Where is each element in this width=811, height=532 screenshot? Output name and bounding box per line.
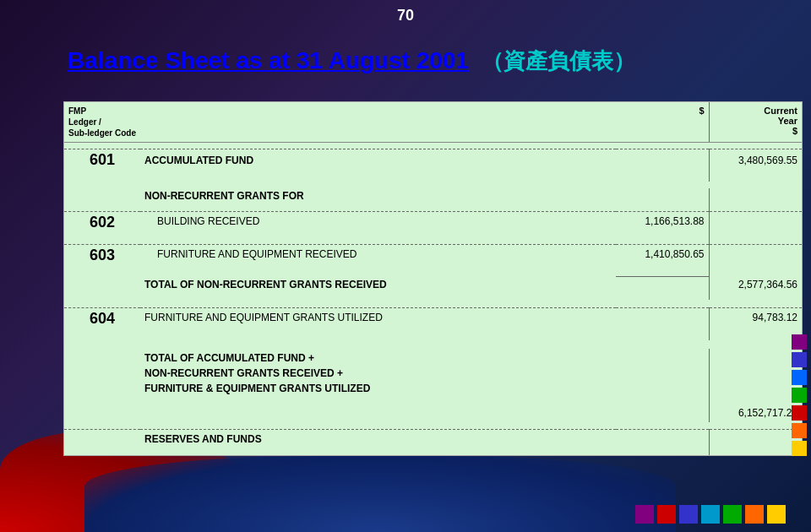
color-row-1 (792, 334, 807, 350)
row-code-total-accum (64, 349, 140, 422)
color-row-2 (792, 352, 807, 367)
row-amount1-604 (616, 308, 709, 340)
table-row: 602 BUILDING RECEIVED 1,166,513.88 (64, 212, 802, 245)
page-title: Balance Sheet as at 31 August 2001 (68, 47, 469, 73)
bottom-sq-blue (679, 505, 698, 524)
header-code-col: FMPLedger /Sub-ledger Code (64, 102, 140, 143)
decorative-blob-blue (84, 456, 676, 532)
row-amount2-602 (709, 212, 802, 245)
row-desc-total-accum: TOTAL OF ACCUMULATED FUND + NON-RECURREN… (140, 349, 616, 422)
row-desc-furniture-received: FURNITURE AND EQUIPMENT RECEIVED (140, 245, 616, 277)
color-square-red (792, 405, 807, 421)
row-amount1-empty-1 (616, 188, 709, 212)
row-amount2-603 (709, 245, 802, 277)
color-row-7 (792, 441, 807, 456)
spacer-row-1 (64, 143, 802, 149)
row-amount2-total-accum: 6,152,717.23 (709, 349, 802, 422)
row-amount1-total-nr (616, 277, 709, 300)
row-code-reserves (64, 429, 140, 455)
spacer-row-3 (64, 300, 802, 308)
row-amount1-total-accum (616, 349, 709, 422)
color-square-yellow (792, 441, 807, 456)
color-square-purple (792, 334, 807, 350)
row-code-total-nr (64, 277, 140, 300)
color-row-6 (792, 423, 807, 438)
table-row: TOTAL OF ACCUMULATED FUND + NON-RECURREN… (64, 349, 802, 422)
bottom-sq-orange (745, 505, 764, 524)
spacer-row-2 (64, 182, 802, 188)
row-amount2-604: 94,783.12 (709, 308, 802, 340)
row-desc-non-recurrent: NON-RECURRENT GRANTS FOR (140, 188, 616, 212)
color-squares-panel (792, 334, 807, 456)
bottom-sq-yellow (767, 505, 786, 524)
table-header-row: FMPLedger /Sub-ledger Code $ CurrentYear… (64, 102, 802, 143)
row-amount1-reserves (616, 429, 709, 455)
balance-sheet-table: FMPLedger /Sub-ledger Code $ CurrentYear… (64, 102, 802, 455)
color-square-green (792, 388, 807, 403)
row-amount2-601: 3,480,569.55 (709, 149, 802, 182)
spacer-row-4 (64, 340, 802, 349)
color-square-orange (792, 423, 807, 438)
table-row: RESERVES AND FUNDS (64, 429, 802, 455)
color-square-blue2 (792, 370, 807, 385)
slide-number: 70 (397, 7, 414, 24)
header-amount2-col: CurrentYear$ (709, 102, 802, 143)
row-amount2-empty-1 (709, 188, 802, 212)
header-description-col (140, 102, 616, 143)
color-row-4 (792, 388, 807, 403)
title-area: Balance Sheet as at 31 August 2001 （資產負債… (68, 46, 794, 76)
color-row-3 (792, 370, 807, 385)
bottom-sq-green (723, 505, 742, 524)
table-row: 604 FURNITURE AND EQUIPMENT GRANTS UTILI… (64, 308, 802, 340)
row-code-602: 602 (64, 212, 140, 245)
row-amount1-603: 1,410,850.65 (616, 245, 709, 277)
fmp-label: FMPLedger /Sub-ledger Code (68, 106, 136, 138)
bottom-sq-red (657, 505, 676, 524)
row-amount2-reserves (709, 429, 802, 455)
row-amount1-601 (616, 149, 709, 182)
title-chinese: （資產負債表） (482, 48, 635, 73)
table-row: TOTAL OF NON-RECURRENT GRANTS RECEIVED 2… (64, 277, 802, 300)
bottom-sq-cyan (701, 505, 720, 524)
bottom-color-squares (635, 505, 786, 524)
balance-sheet-table-container: FMPLedger /Sub-ledger Code $ CurrentYear… (63, 101, 803, 456)
header-amount1-col: $ (616, 102, 709, 143)
color-row-5 (792, 405, 807, 421)
color-square-blue1 (792, 352, 807, 367)
current-year-label: CurrentYear$ (764, 106, 797, 136)
row-desc-total-nr: TOTAL OF NON-RECURRENT GRANTS RECEIVED (140, 277, 616, 300)
row-code-604: 604 (64, 308, 140, 340)
spacer-row-5 (64, 422, 802, 429)
bottom-sq-purple (635, 505, 654, 524)
row-desc-reserves: RESERVES AND FUNDS (140, 429, 616, 455)
table-row: NON-RECURRENT GRANTS FOR (64, 188, 802, 212)
row-desc-furniture-utilized: FURNITURE AND EQUIPMENT GRANTS UTILIZED (140, 308, 616, 340)
row-desc-building: BUILDING RECEIVED (140, 212, 616, 245)
row-code-empty-1 (64, 188, 140, 212)
row-amount2-total-nr: 2,577,364.56 (709, 277, 802, 300)
row-code-603: 603 (64, 245, 140, 277)
row-code-601: 601 (64, 149, 140, 182)
row-desc-accumulated-fund: ACCUMULATED FUND (140, 149, 616, 182)
table-row: 603 FURNITURE AND EQUIPMENT RECEIVED 1,4… (64, 245, 802, 277)
table-row: 601 ACCUMULATED FUND 3,480,569.55 (64, 149, 802, 182)
row-amount1-602: 1,166,513.88 (616, 212, 709, 245)
